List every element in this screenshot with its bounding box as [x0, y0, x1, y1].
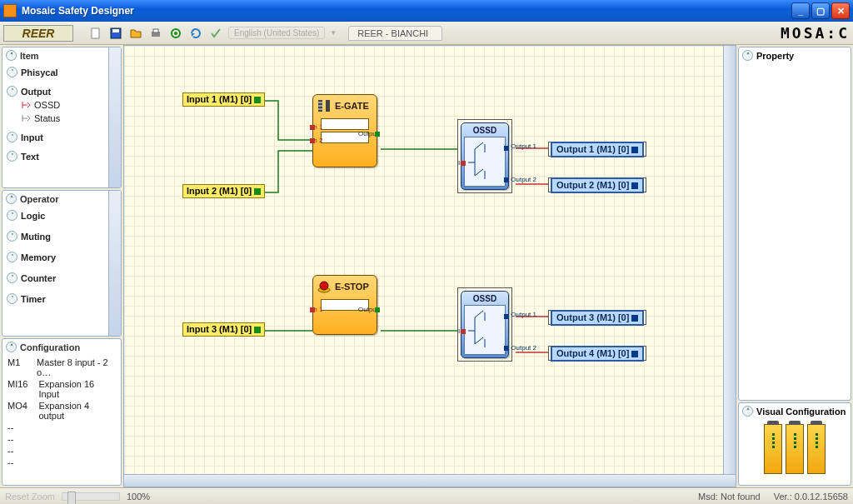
chevron-down-icon: ˅ — [7, 252, 17, 262]
chevron-down-icon: ˅ — [7, 272, 17, 283]
chevron-up-icon: ˄ — [742, 50, 753, 61]
scrollbar-down[interactable]: ▾ — [110, 177, 120, 187]
module-icon[interactable] — [786, 424, 804, 474]
tree-counter[interactable]: ˅Counter — [4, 271, 107, 285]
tree-text[interactable]: ˅Text — [4, 149, 107, 163]
config-row[interactable]: MO4Expansion 4 output — [4, 400, 119, 422]
config-row[interactable]: -- — [4, 433, 119, 445]
config-row[interactable]: -- — [4, 457, 119, 468]
property-panel: ˄ Property — [738, 47, 851, 401]
operator-panel-header[interactable]: ˄ Operator — [2, 191, 121, 207]
window-titlebar: Mosaic Safety Designer _ ▢ ✕ — [0, 0, 853, 22]
zoom-slider[interactable] — [62, 492, 120, 501]
item-panel-header[interactable]: ˄ Item — [2, 47, 121, 63]
tree-status[interactable]: Status — [4, 112, 107, 125]
chevron-up-icon: ˄ — [7, 86, 17, 97]
new-button[interactable] — [88, 26, 103, 41]
visual-configuration-title: Visual Configuration — [756, 407, 846, 417]
input-tag-2[interactable]: Input 2 (M1) [0] — [182, 186, 265, 196]
language-select[interactable]: English (United States) — [228, 27, 325, 39]
pin-label: Output 1 — [511, 311, 536, 318]
configuration-panel-header[interactable]: ˄ Configuration — [2, 339, 121, 355]
window-title: Mosaic Safety Designer — [22, 5, 134, 17]
reer-logo: REER — [3, 25, 73, 42]
config-row[interactable]: M1Master 8 input - 2 o… — [4, 357, 119, 378]
gate-icon — [317, 98, 332, 113]
ossd-title: OSSD — [464, 294, 506, 303]
config-row[interactable]: MI16Expansion 16 Input — [4, 378, 119, 400]
svg-rect-8 — [326, 100, 330, 112]
config-row[interactable]: -- — [4, 422, 119, 433]
reset-zoom-button[interactable]: Reset Zoom — [5, 492, 55, 502]
right-sidebar: ˄ Property ˄ Visual Configuration — [736, 45, 853, 487]
item-panel: ▴ ▾ ˄ Item ˅Phisycal ˄Output OSSD Status… — [2, 47, 122, 188]
visual-configuration-header[interactable]: ˄ Visual Configuration — [739, 403, 851, 419]
estop-icon — [317, 279, 332, 294]
tree-output[interactable]: ˄Output — [4, 84, 107, 98]
property-panel-header[interactable]: ˄ Property — [739, 47, 851, 63]
scrollbar-up[interactable]: ▴ — [110, 192, 120, 202]
zoom-percent: 100% — [127, 492, 150, 502]
output-tag-4[interactable]: Output 4 (M1) [0] — [548, 346, 646, 361]
preview-button[interactable] — [168, 26, 183, 41]
chevron-down-icon: ˅ — [7, 132, 17, 142]
visual-configuration-panel: ˄ Visual Configuration — [738, 402, 851, 486]
output-tag-2[interactable]: Output 2 (M1) [0] — [548, 177, 646, 192]
egate-block[interactable]: E-GATE In 1 In 2 Output — [312, 94, 377, 167]
tree-logic[interactable]: ˅Logic — [4, 208, 107, 222]
app-icon — [3, 4, 17, 17]
item-panel-title: Item — [20, 51, 39, 61]
maximize-button[interactable]: ▢ — [811, 2, 830, 19]
module-icon[interactable] — [764, 424, 782, 474]
operator-panel: ▴ ▾ ˄ Operator ˅Logic ˅Muting ˅Memory ˅C… — [2, 190, 122, 337]
pin-label: Output 2 — [511, 176, 536, 183]
chevron-down-icon: ˅ — [7, 151, 17, 162]
design-canvas[interactable]: Input 1 (M1) [0] Input 2 (M1) [0] Input … — [123, 45, 736, 487]
project-tab[interactable]: REER - BIANCHI — [348, 26, 442, 41]
msd-status: Msd: Not found — [698, 492, 761, 502]
ossd-title: OSSD — [464, 126, 506, 135]
version-label: Ver.: 0.0.12.15658 — [774, 492, 848, 502]
open-button[interactable] — [128, 26, 143, 41]
property-panel-title: Property — [756, 51, 794, 61]
mosaic-logo: MOSA:C — [781, 24, 850, 42]
scrollbar-down[interactable]: ▾ — [110, 325, 120, 335]
close-button[interactable]: ✕ — [831, 2, 850, 19]
estop-title: E-STOP — [335, 282, 369, 292]
refresh-button[interactable] — [188, 26, 203, 41]
pin-label: Output 2 — [511, 344, 536, 352]
input-tag-3[interactable]: Input 3 (M1) [0] — [182, 324, 265, 334]
chevron-up-icon: ˄ — [6, 193, 17, 204]
svg-rect-2 — [112, 29, 119, 32]
tree-muting[interactable]: ˅Muting — [4, 229, 107, 243]
chevron-down-icon: ˅ — [7, 210, 17, 221]
output-tag-3[interactable]: Output 3 (M1) [0] — [548, 310, 646, 325]
config-row[interactable]: -- — [4, 445, 119, 457]
svg-point-6 — [174, 32, 177, 35]
save-button[interactable] — [108, 26, 123, 41]
ossd-block-2[interactable]: OSSD In Output 1 Output 2 — [457, 287, 512, 362]
toolbar: REER English (United States) ▼ REER - BI… — [0, 22, 853, 45]
operator-panel-title: Operator — [20, 194, 58, 204]
chevron-up-icon: ˄ — [6, 50, 17, 61]
ossd-block-1[interactable]: OSSD In Output 1 Output 2 — [457, 119, 512, 193]
tree-ossd[interactable]: OSSD — [4, 98, 107, 112]
scrollbar-up[interactable]: ▴ — [110, 48, 120, 58]
input-tag-1[interactable]: Input 1 (M1) [0] — [182, 94, 265, 104]
status-bar: Reset Zoom 100% Msd: Not found Ver.: 0.0… — [0, 487, 853, 504]
minimize-button[interactable]: _ — [791, 2, 810, 19]
estop-block[interactable]: E-STOP In 1 Output — [312, 275, 377, 335]
tree-input[interactable]: ˅Input — [4, 130, 107, 144]
tree-memory[interactable]: ˅Memory — [4, 250, 107, 264]
module-icon[interactable] — [807, 424, 826, 474]
chevron-up-icon: ˄ — [6, 342, 17, 352]
validate-button[interactable] — [208, 26, 223, 41]
chevron-up-icon: ˄ — [742, 406, 753, 417]
configuration-panel: ˄ Configuration M1Master 8 input - 2 o… … — [2, 338, 122, 486]
print-button[interactable] — [148, 26, 163, 41]
tree-phisycal[interactable]: ˅Phisycal — [4, 65, 107, 79]
chevron-down-icon: ˅ — [7, 231, 17, 242]
output-tag-1[interactable]: Output 1 (M1) [0] — [548, 142, 646, 157]
tree-timer[interactable]: ˅Timer — [4, 292, 107, 306]
svg-point-13 — [320, 282, 328, 290]
